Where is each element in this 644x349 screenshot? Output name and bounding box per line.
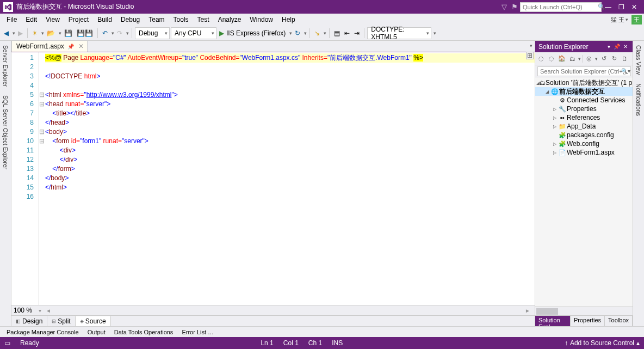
collapse-all-button[interactable]: ↺ bbox=[599, 54, 608, 63]
tree-item[interactable]: 🔧Properties bbox=[535, 105, 633, 113]
back-button[interactable]: ◀ bbox=[2, 27, 10, 39]
show-all-files-button[interactable]: 🗋 bbox=[620, 54, 629, 63]
document-tab[interactable]: WebForm1.aspx 📌 ✕ bbox=[11, 41, 88, 52]
preview-button[interactable]: ◎ bbox=[585, 54, 593, 63]
browser-link-refresh-button[interactable]: ↻ bbox=[293, 27, 302, 39]
solution-explorer-title-bar[interactable]: Solution Explorer ▾ 📌 ✕ bbox=[535, 41, 633, 52]
bottom-tab-data-tools-operations[interactable]: Data Tools Operations bbox=[110, 328, 178, 336]
restore-button[interactable]: ❐ bbox=[615, 2, 628, 13]
back-se-button[interactable]: ◌ bbox=[547, 54, 556, 63]
panel-tab-properties[interactable]: Properties bbox=[571, 316, 605, 326]
home-button[interactable]: ◌ bbox=[537, 54, 546, 63]
code-text-area[interactable]: <%@ Page Language="C#" AutoEventWireup="… bbox=[45, 52, 535, 305]
user-dropdown-icon[interactable]: ▾ bbox=[626, 17, 628, 22]
panel-tab-solution-explorer[interactable]: Solution Expl… bbox=[535, 316, 571, 326]
window-title: 前后端数据交互 - Microsoft Visual Studio bbox=[16, 2, 499, 11]
tree-project-node[interactable]: 🌐 前后端数据交互 bbox=[535, 87, 633, 96]
menu-window[interactable]: Window bbox=[245, 15, 277, 25]
open-split-caret[interactable]: ▾ bbox=[59, 30, 61, 36]
notification-flag-icon[interactable]: ⚑ bbox=[511, 3, 518, 11]
indent-btn2[interactable]: ⇤ bbox=[343, 27, 351, 39]
fold-column[interactable]: ⊟⊟⊟⊟ bbox=[39, 52, 45, 305]
doctype-dropdown[interactable]: DOCTYPE: XHTML5 bbox=[367, 27, 431, 39]
zoom-dropdown[interactable]: ▾ bbox=[36, 308, 44, 314]
sidetab-notifications[interactable]: Notifications bbox=[634, 79, 643, 120]
bottom-tab-package-manager-console[interactable]: Package Manager Console bbox=[2, 328, 83, 336]
start-split-caret[interactable]: ▾ bbox=[289, 30, 292, 36]
quick-launch-search[interactable]: 🔍 bbox=[520, 2, 602, 12]
panel-tab-toolbox[interactable]: Toolbox bbox=[605, 316, 633, 326]
minimize-button[interactable]: — bbox=[602, 2, 615, 13]
undo-button[interactable]: ↶ bbox=[101, 27, 109, 39]
sidetab-sql-server-object-explorer[interactable]: SQL Server Object Explorer bbox=[1, 91, 10, 174]
indent-btn1[interactable]: ▤ bbox=[332, 27, 342, 39]
sync-button[interactable]: 🗂 bbox=[568, 54, 577, 63]
code-editor[interactable]: 12345678910111213141516 ⊟⊟⊟⊟ <%@ Page La… bbox=[11, 52, 535, 305]
panel-close-button[interactable]: ✕ bbox=[622, 44, 629, 50]
tree-item[interactable]: 🧩Web.config bbox=[535, 139, 633, 148]
refresh-split-caret[interactable]: ▾ bbox=[304, 30, 307, 36]
bottom-tab-error-list-[interactable]: Error List … bbox=[177, 328, 218, 336]
scroll-right[interactable]: ► bbox=[523, 308, 532, 314]
menu-tools[interactable]: Tools bbox=[169, 15, 193, 25]
redo-split-caret[interactable]: ▾ bbox=[126, 30, 129, 36]
indent-btn3[interactable]: ⇥ bbox=[352, 27, 361, 39]
quick-launch-input[interactable] bbox=[523, 4, 598, 10]
split-editor-button[interactable]: ⊞ bbox=[526, 52, 534, 59]
design-tab[interactable]: ◧Design bbox=[11, 316, 47, 326]
panel-window-dropdown[interactable]: ▾ bbox=[606, 44, 612, 50]
toolbar-overflow[interactable]: ▾ bbox=[434, 30, 436, 36]
tree-item[interactable]: 🧩packages.config bbox=[535, 131, 633, 139]
close-window-button[interactable]: ✕ bbox=[628, 2, 641, 13]
solution-search-input[interactable] bbox=[537, 66, 631, 76]
panel-pin-icon[interactable]: 📌 bbox=[612, 44, 622, 50]
tree-item[interactable]: 📁App_Data bbox=[535, 122, 633, 131]
menu-edit[interactable]: Edit bbox=[21, 15, 41, 25]
open-file-button[interactable]: 📂 bbox=[45, 27, 57, 39]
menu-team[interactable]: Team bbox=[144, 15, 169, 25]
solution-tree[interactable]: 🗂 Solution '前后端数据交互' (1 project) 🌐 前后端数据… bbox=[535, 77, 633, 307]
filter-icon[interactable]: ▽ bbox=[501, 3, 507, 11]
new-project-button[interactable]: ✴ bbox=[30, 27, 39, 39]
tree-item[interactable]: ⚙Connected Services bbox=[535, 96, 633, 105]
scroll-left[interactable]: ◄ bbox=[44, 308, 53, 314]
tree-solution-node[interactable]: 🗂 Solution '前后端数据交互' (1 project) bbox=[535, 78, 633, 87]
close-tab-button[interactable]: ✕ bbox=[77, 42, 85, 50]
forward-button[interactable]: ▶ bbox=[16, 27, 24, 39]
undo-split-caret[interactable]: ▾ bbox=[112, 30, 114, 36]
pin-icon[interactable]: 📌 bbox=[67, 44, 74, 50]
sidetab-server-explorer[interactable]: Server Explorer bbox=[1, 41, 10, 91]
tree-item[interactable]: 📄WebForm1.aspx bbox=[535, 148, 633, 157]
menu-debug[interactable]: Debug bbox=[116, 15, 144, 25]
redo-button[interactable]: ↷ bbox=[115, 27, 124, 39]
split-tab[interactable]: ⊟Split bbox=[47, 316, 75, 326]
sidetab-class-view[interactable]: Class View bbox=[634, 41, 643, 79]
step-split-caret[interactable]: ▾ bbox=[324, 30, 326, 36]
platform-dropdown[interactable]: Any CPU bbox=[171, 27, 216, 39]
new-split-caret[interactable]: ▾ bbox=[41, 30, 44, 36]
user-avatar-badge[interactable]: 王 bbox=[631, 15, 642, 25]
menu-project[interactable]: Project bbox=[64, 15, 93, 25]
user-name[interactable]: 猛 王 bbox=[611, 16, 624, 24]
menu-analyze[interactable]: Analyze bbox=[214, 15, 246, 25]
source-tab[interactable]: ◈Source bbox=[76, 316, 111, 326]
menu-build[interactable]: Build bbox=[93, 15, 116, 25]
bottom-tab-output[interactable]: Output bbox=[83, 328, 110, 336]
zoom-level[interactable]: 100 % bbox=[14, 307, 32, 314]
menu-view[interactable]: View bbox=[41, 15, 64, 25]
menu-help[interactable]: Help bbox=[277, 15, 300, 25]
save-all-button[interactable]: 💾💾 bbox=[75, 27, 95, 39]
solution-explorer-scrollbar[interactable] bbox=[535, 307, 633, 315]
tab-overflow-dropdown[interactable]: ▾ bbox=[529, 42, 534, 50]
back-split-caret[interactable]: ▾ bbox=[13, 30, 15, 36]
refresh-button[interactable]: ↻ bbox=[610, 54, 618, 63]
source-control-button[interactable]: ↑ Add to Source Control ▴ bbox=[565, 339, 640, 347]
start-debug-button[interactable]: ▶ IIS Express (Firefox) bbox=[218, 27, 287, 39]
home-se-button[interactable]: 🏠 bbox=[558, 54, 566, 63]
save-button[interactable]: 💾 bbox=[63, 27, 74, 39]
tree-item[interactable]: ▪▪References bbox=[535, 113, 633, 122]
config-dropdown[interactable]: Debug bbox=[135, 27, 170, 39]
menu-file[interactable]: File bbox=[2, 15, 21, 25]
step-into-button[interactable]: ↘ bbox=[313, 27, 321, 39]
menu-test[interactable]: Test bbox=[193, 15, 214, 25]
